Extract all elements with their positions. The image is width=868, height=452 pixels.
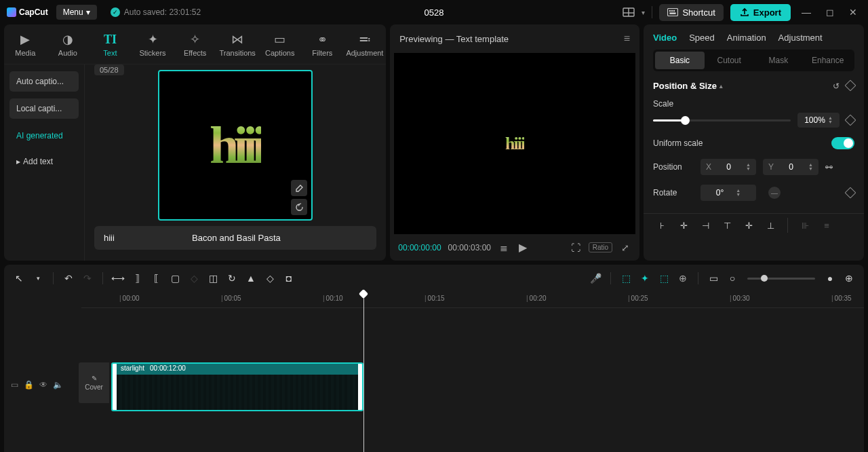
tab-effects[interactable]: ✧Effects [174,30,216,64]
maximize-button[interactable]: ◻ [826,7,834,18]
timeline-ruler[interactable]: 00:0000:0500:1000:1500:2000:2500:3000:35 [81,292,864,308]
tab-media[interactable]: ▶Media [4,30,47,64]
local-captions-button[interactable]: Local capti... [9,98,79,119]
zoom-slider[interactable] [747,278,815,280]
frame-icon[interactable]: ⛶ [570,242,582,253]
split-icon[interactable]: ⟷ [111,271,125,285]
mic-icon[interactable]: 🎤 [589,271,602,285]
tab-adjustment[interactable]: ≕Adjustment [344,30,387,64]
magnet-center-icon[interactable]: ✦ [638,271,652,285]
stepper-icon[interactable]: ▲▼ [828,116,833,124]
position-y-input[interactable]: Y0▲▼ [763,159,818,175]
preview-mode-icon[interactable]: ▭ [707,271,720,285]
align-top-icon[interactable]: ⊤ [718,216,736,234]
menu-button[interactable]: Menu ▾ [56,5,97,20]
ratio-button[interactable]: Ratio [589,242,612,252]
position-size-title[interactable]: Position & Size ▴ [653,81,723,91]
subtab-enhance[interactable]: Enhance [803,52,852,69]
align-right-icon[interactable]: ⊣ [696,216,714,234]
add-text-button[interactable]: ▸Add text [9,153,79,170]
layout-icon[interactable] [623,6,635,18]
prop-tab-speed[interactable]: Speed [689,33,715,43]
subtab-cutout[interactable]: Cutout [705,52,754,69]
pointer-tool-icon[interactable]: ↖ [12,271,26,285]
delete-icon[interactable]: ▢ [168,271,182,285]
scale-keyframe-icon[interactable] [845,115,856,126]
track-visible-icon[interactable]: 👁 [39,380,47,390]
rotate-keyframe-icon[interactable] [845,187,856,199]
ruler-mark[interactable]: 00:25 [628,295,648,302]
auto-captions-button[interactable]: Auto captio... [9,71,79,92]
prop-tab-animation[interactable]: Animation [727,33,766,43]
ruler-mark[interactable]: 00:00 [119,295,140,302]
track-lock-icon[interactable]: 🔒 [24,380,34,390]
frame-tool-icon[interactable]: ◫ [206,271,220,285]
rotate-tool-icon[interactable]: ◇ [263,271,277,285]
tab-filters[interactable]: ⚭Filters [301,30,344,64]
tool-dropdown-icon[interactable]: ▾ [31,271,45,285]
zoom-out-icon[interactable]: ○ [726,271,739,285]
rotate-dial[interactable]: — [768,187,781,199]
reset-icon[interactable]: ↺ [833,81,840,91]
prop-tab-video[interactable]: Video [653,33,677,43]
ruler-mark[interactable]: 00:35 [831,295,852,302]
chevron-down-icon[interactable]: ▾ [642,9,645,16]
position-x-input[interactable]: X0▲▼ [701,159,756,175]
rotate-input[interactable]: 0°▲▼ [701,185,756,201]
redo-button[interactable]: ↷ [81,271,94,285]
export-button[interactable]: Export [730,4,791,21]
crop-icon[interactable]: ◘ [282,271,296,285]
subtab-basic[interactable]: Basic [655,52,705,69]
trim-left-icon[interactable]: ⟧ [130,271,144,285]
ruler-mark[interactable]: 00:30 [730,295,750,302]
align-center-h-icon[interactable]: ✛ [675,216,692,234]
timeline-clip[interactable]: starlight 00:00:12:00 [111,362,363,411]
track-mute-icon[interactable]: 🔈 [53,380,63,390]
scale-value[interactable]: 100%▲▼ [797,113,840,128]
timeline-body[interactable]: 00:0000:0500:1000:1500:2000:2500:3000:35… [4,292,864,452]
reverse-icon[interactable]: ↻ [225,271,239,285]
zoom-in-icon[interactable]: ● [823,271,837,285]
cover-button[interactable]: ✎ Cover [79,362,110,403]
regenerate-button[interactable] [291,199,307,215]
align-bottom-icon[interactable]: ⊥ [762,216,779,234]
mirror-icon[interactable]: ▲ [244,271,258,285]
trim-right-icon[interactable]: ⟦ [149,271,163,285]
ruler-mark[interactable]: 00:05 [221,295,241,302]
magnet-left-icon[interactable]: ⬚ [619,271,633,285]
distribute-h-icon[interactable]: ⊪ [796,216,814,234]
ruler-mark[interactable]: 00:10 [323,295,343,302]
track-collapse-icon[interactable]: ▭ [11,380,18,390]
diamond-tool-icon[interactable]: ◇ [187,271,201,285]
tab-stickers[interactable]: ✦Stickers [132,30,174,64]
tab-transitions[interactable]: ⋈Transitions [216,30,259,64]
shortcut-button[interactable]: Shortcut [659,4,723,21]
preview-viewport[interactable]: hiii [394,53,635,234]
keyframe-icon[interactable] [845,79,856,91]
minimize-button[interactable]: — [802,7,811,18]
undo-button[interactable]: ↶ [62,271,75,285]
preview-menu-button[interactable]: ≡ [624,33,630,45]
ruler-mark[interactable]: 00:15 [425,295,445,302]
ai-generated-button[interactable]: AI generated [9,126,79,146]
play-button[interactable]: ▶ [517,241,529,254]
subtab-mask[interactable]: Mask [754,52,804,69]
close-button[interactable]: ✕ [849,7,857,18]
snap-icon[interactable]: ⊕ [676,271,690,285]
fit-zoom-icon[interactable]: ⊕ [842,271,856,285]
template-preview-card[interactable]: hiii [158,70,313,221]
distribute-v-icon[interactable]: ≡ [818,216,835,234]
tab-text[interactable]: TIText [89,30,132,64]
clip-handle-right[interactable] [358,364,362,410]
magnet-right-icon[interactable]: ⬚ [657,271,671,285]
tab-captions[interactable]: ▭Captions [258,30,301,64]
fullscreen-button[interactable]: ⤢ [619,242,631,253]
playhead[interactable] [363,292,364,452]
uniform-scale-toggle[interactable] [831,137,854,149]
scale-slider[interactable] [653,119,791,121]
link-xy-icon[interactable]: ⚯ [825,162,833,172]
prop-tab-adjustment[interactable]: Adjustment [778,33,823,43]
align-left-icon[interactable]: ⊦ [653,216,671,234]
ruler-mark[interactable]: 00:20 [526,295,547,302]
align-center-v-icon[interactable]: ✛ [740,216,757,234]
